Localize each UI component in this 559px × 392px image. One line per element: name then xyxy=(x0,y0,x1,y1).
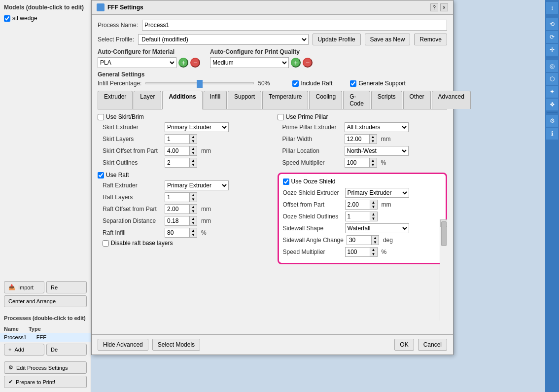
delete-process-button[interactable]: De xyxy=(46,344,87,356)
raft-infill-input[interactable] xyxy=(165,228,189,238)
use-skirt-brim-checkbox[interactable] xyxy=(98,114,104,120)
use-ooze-shield-checkbox[interactable] xyxy=(283,178,289,185)
prime-pillar-speed-input[interactable] xyxy=(345,158,369,168)
pillar-width-down[interactable]: ▼ xyxy=(370,139,377,143)
disable-raft-checkbox-group[interactable]: Disable raft base layers xyxy=(103,240,268,247)
skirt-layers-down[interactable]: ▼ xyxy=(190,139,197,143)
prepare-to-print-button[interactable]: ✔ Prepare to Print! xyxy=(4,376,87,388)
infill-slider[interactable] xyxy=(145,82,254,84)
tool-settings-icon[interactable]: ⚙ xyxy=(546,115,558,127)
save-as-new-button[interactable]: Save as New xyxy=(365,34,411,45)
select-models-button[interactable]: Select Models xyxy=(152,339,200,351)
tool-star-icon[interactable]: ✦ xyxy=(546,86,558,98)
cancel-button[interactable]: Cancel xyxy=(418,339,447,351)
import-button[interactable]: 📥 Import xyxy=(4,281,44,293)
tab-layer[interactable]: Layer xyxy=(134,91,161,109)
ooze-speed-spinner[interactable]: ▲ ▼ xyxy=(345,247,378,257)
ooze-offset-input[interactable] xyxy=(345,200,370,210)
raft-infill-spinner[interactable]: ▲ ▼ xyxy=(165,228,197,238)
separation-distance-spinner[interactable]: ▲ ▼ xyxy=(165,216,197,226)
prime-pillar-extruder-select[interactable]: All Extruders xyxy=(345,122,409,132)
skirt-layers-up[interactable]: ▲ xyxy=(190,135,197,139)
ooze-outlines-input[interactable] xyxy=(345,212,370,221)
skirt-outlines-spinner[interactable]: ▲ ▼ xyxy=(165,158,197,168)
hide-advanced-button[interactable]: Hide Advanced xyxy=(98,339,148,351)
separation-distance-spinner-btns[interactable]: ▲ ▼ xyxy=(189,216,197,226)
separation-distance-down[interactable]: ▼ xyxy=(190,221,197,225)
tab-cooling[interactable]: Cooling xyxy=(309,91,342,109)
ooze-speed-up[interactable]: ▲ xyxy=(370,248,377,252)
process-item[interactable]: Process1 FFF xyxy=(0,333,91,342)
tab-other[interactable]: Other xyxy=(403,91,431,109)
skirt-extruder-select[interactable]: Primary Extruder xyxy=(165,122,229,132)
include-raft-checkbox-group[interactable]: Include Raft xyxy=(292,80,332,87)
ooze-offset-up[interactable]: ▲ xyxy=(370,200,377,205)
tool-target-icon[interactable]: ◎ xyxy=(546,60,558,72)
separation-distance-up[interactable]: ▲ xyxy=(190,216,197,221)
edit-process-button[interactable]: ⚙ Edit Process Settings xyxy=(4,361,87,374)
model-checkbox[interactable] xyxy=(4,15,10,22)
ooze-outlines-spinner-btns[interactable]: ▲ ▼ xyxy=(370,212,378,221)
tab-extruder[interactable]: Extruder xyxy=(98,91,133,109)
skirt-outlines-up[interactable]: ▲ xyxy=(190,158,197,163)
raft-layers-up[interactable]: ▲ xyxy=(190,193,197,197)
tool-grid-icon[interactable]: ❖ xyxy=(546,99,558,110)
raft-layers-input[interactable] xyxy=(165,192,189,202)
dialog-close-button[interactable]: × xyxy=(440,3,448,11)
tool-scroll-icon[interactable]: ↕ xyxy=(546,2,558,14)
tab-scripts[interactable]: Scripts xyxy=(371,91,402,109)
raft-offset-input[interactable] xyxy=(165,204,189,214)
use-skirt-brim-checkbox-group[interactable]: Use Skirt/Brim xyxy=(98,113,268,120)
skirt-offset-input[interactable] xyxy=(165,146,189,156)
raft-offset-up[interactable]: ▲ xyxy=(190,205,197,209)
material-select[interactable]: PLA xyxy=(98,57,176,68)
ooze-offset-down[interactable]: ▼ xyxy=(370,205,377,209)
tab-gcode[interactable]: G-Code xyxy=(343,91,370,109)
tab-additions[interactable]: Additions xyxy=(162,91,202,109)
scrollbar-thumb[interactable] xyxy=(441,221,447,246)
generate-support-checkbox[interactable] xyxy=(350,80,356,87)
ooze-outlines-spinner[interactable]: ▲ ▼ xyxy=(345,212,378,221)
center-arrange-button[interactable]: Center and Arrange xyxy=(4,295,87,307)
use-raft-checkbox[interactable] xyxy=(98,172,104,178)
raft-infill-up[interactable]: ▲ xyxy=(190,228,197,233)
remove-quality-button[interactable]: − xyxy=(303,58,313,68)
sidewall-angle-down[interactable]: ▼ xyxy=(372,240,379,245)
ooze-offset-spinner[interactable]: ▲ ▼ xyxy=(345,200,378,210)
raft-offset-down[interactable]: ▼ xyxy=(190,209,197,214)
use-prime-pillar-checkbox[interactable] xyxy=(278,114,284,120)
tab-advanced[interactable]: Advanced xyxy=(432,91,471,109)
remove-material-button[interactable]: − xyxy=(190,58,200,68)
skirt-offset-spinner[interactable]: ▲ ▼ xyxy=(165,146,197,156)
skirt-layers-spinner-btns[interactable]: ▲ ▼ xyxy=(189,134,197,144)
remove-button[interactable]: Remove xyxy=(414,34,447,45)
skirt-outlines-input[interactable] xyxy=(165,158,189,168)
dialog-vertical-scrollbar[interactable]: ▲ ▼ xyxy=(440,219,447,321)
sidewall-angle-input[interactable] xyxy=(347,235,371,245)
disable-raft-checkbox[interactable] xyxy=(103,240,109,247)
tab-support[interactable]: Support xyxy=(228,91,261,109)
ooze-offset-spinner-btns[interactable]: ▲ ▼ xyxy=(370,200,378,210)
tool-rotate-cw-icon[interactable]: ⟳ xyxy=(546,31,558,43)
skirt-offset-down[interactable]: ▼ xyxy=(190,151,197,155)
skirt-layers-spinner[interactable]: ▲ ▼ xyxy=(165,134,197,144)
pillar-location-select[interactable]: North-West xyxy=(345,146,409,156)
tool-info-icon[interactable]: ℹ xyxy=(546,128,558,140)
raft-offset-spinner[interactable]: ▲ ▼ xyxy=(165,204,197,214)
separation-distance-input[interactable] xyxy=(165,216,189,226)
prime-pillar-speed-down[interactable]: ▼ xyxy=(370,163,377,167)
ooze-outlines-up[interactable]: ▲ xyxy=(370,212,377,216)
raft-extruder-select[interactable]: Primary Extruder xyxy=(165,180,229,190)
raft-layers-spinner-btns[interactable]: ▲ ▼ xyxy=(189,192,197,202)
pillar-width-spinner-btns[interactable]: ▲ ▼ xyxy=(369,134,377,144)
raft-layers-down[interactable]: ▼ xyxy=(190,197,197,202)
use-ooze-shield-checkbox-group[interactable]: Use Ooze Shield xyxy=(283,178,442,185)
ooze-speed-spinner-btns[interactable]: ▲ ▼ xyxy=(370,247,378,257)
rearrange-button[interactable]: Re xyxy=(46,281,87,293)
skirt-offset-up[interactable]: ▲ xyxy=(190,146,197,151)
use-raft-checkbox-group[interactable]: Use Raft xyxy=(98,172,268,178)
sidewall-angle-spinner-btns[interactable]: ▲ ▼ xyxy=(371,235,379,245)
prime-pillar-speed-spinner-btns[interactable]: ▲ ▼ xyxy=(369,158,377,168)
skirt-outlines-down[interactable]: ▼ xyxy=(190,163,197,167)
pillar-width-spinner[interactable]: ▲ ▼ xyxy=(345,134,377,144)
